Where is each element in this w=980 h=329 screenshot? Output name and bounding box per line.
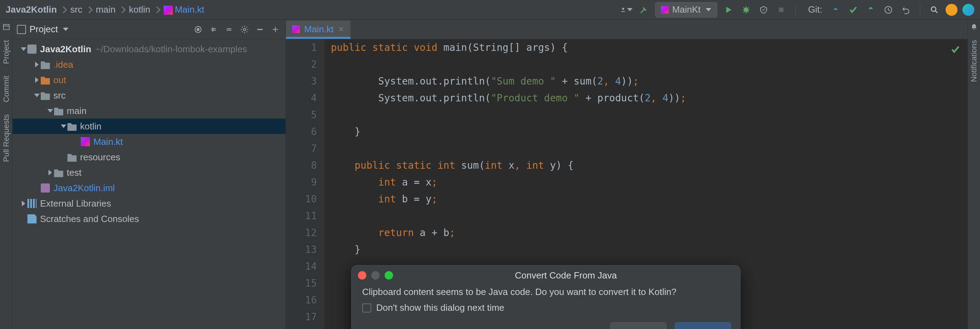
- expand-all-icon[interactable]: [208, 24, 220, 35]
- tree-label: src: [53, 88, 66, 103]
- code-line[interactable]: }: [331, 123, 967, 140]
- code-line[interactable]: System.out.println("Sum demo " + sum(2, …: [331, 73, 967, 90]
- breadcrumb[interactable]: Java2KotlinsrcmainkotlinMain.kt: [6, 4, 204, 15]
- chevron-right-icon: [119, 6, 126, 13]
- git-history-icon[interactable]: [882, 3, 895, 16]
- code-line[interactable]: public static int sum(int x, int y) {: [331, 157, 967, 174]
- folder-icon: [41, 75, 50, 85]
- tree-row[interactable]: out: [13, 72, 286, 88]
- git-update-icon[interactable]: [829, 3, 842, 16]
- tool-settings-icon[interactable]: [239, 24, 250, 35]
- tree-twisty-icon[interactable]: [46, 170, 54, 176]
- folder-icon: [67, 122, 76, 131]
- checkbox-label: Don't show this dialog next time: [376, 302, 504, 313]
- tree-twisty-icon[interactable]: [33, 62, 41, 67]
- code-line[interactable]: System.out.println("Product demo " + pro…: [331, 90, 967, 107]
- project-tool-title[interactable]: Project: [30, 24, 58, 35]
- code-line[interactable]: [331, 140, 967, 157]
- tree-row[interactable]: main: [13, 103, 286, 119]
- chevron-right-icon: [153, 6, 161, 13]
- tree-row[interactable]: Main.kt: [13, 134, 286, 149]
- svg-point-4: [931, 7, 936, 11]
- tree-row[interactable]: Scratches and Consoles: [13, 211, 286, 226]
- code-line[interactable]: int a = x;: [331, 174, 967, 191]
- code-line[interactable]: [331, 107, 967, 123]
- left-tool-stripe: Project Commit Pull Requests: [0, 20, 13, 329]
- tree-twisty-icon[interactable]: [33, 77, 41, 83]
- tree-twisty-icon[interactable]: [33, 94, 41, 97]
- breadcrumb-item[interactable]: kotlin: [129, 4, 150, 15]
- tree-row[interactable]: resources: [13, 149, 286, 165]
- hide-icon[interactable]: [269, 24, 282, 35]
- run-icon[interactable]: [722, 3, 735, 16]
- code-line[interactable]: }: [331, 241, 967, 258]
- minimize-icon[interactable]: [254, 24, 266, 35]
- tree-twisty-icon[interactable]: [60, 125, 67, 128]
- tree-row[interactable]: External Libraries: [13, 196, 286, 211]
- tree-twisty-icon[interactable]: [20, 201, 27, 206]
- project-stripe-icon[interactable]: [2, 23, 10, 31]
- inspection-ok-icon[interactable]: [950, 43, 960, 60]
- left-stripe-pull-requests[interactable]: Pull Requests: [2, 112, 11, 165]
- code-line[interactable]: int b = y;: [331, 191, 967, 208]
- left-stripe-project[interactable]: Project: [2, 37, 11, 66]
- breadcrumb-item[interactable]: main: [96, 4, 116, 15]
- code-line[interactable]: public static void main(String[] args) {: [331, 39, 967, 56]
- svg-point-8: [243, 28, 246, 30]
- kotlin-icon: [661, 6, 669, 14]
- code-line[interactable]: [331, 56, 967, 73]
- close-window-icon[interactable]: [358, 271, 366, 280]
- coverage-icon[interactable]: [757, 3, 770, 16]
- tree-row[interactable]: kotlin: [13, 119, 286, 134]
- collapse-all-icon[interactable]: [223, 24, 235, 35]
- git-rollback-icon[interactable]: [900, 3, 912, 16]
- chevron-down-icon[interactable]: [63, 28, 68, 31]
- collab-icon[interactable]: [963, 4, 974, 16]
- checkbox-icon[interactable]: [362, 304, 371, 313]
- project-tool-window: Project Java2Kotlin~/Downloads/kotlin-lo…: [13, 20, 286, 329]
- tree-row[interactable]: Java2Kotlin.iml: [13, 180, 286, 196]
- tree-row[interactable]: src: [13, 88, 286, 103]
- git-commit-icon[interactable]: [847, 3, 859, 16]
- build-icon[interactable]: [638, 3, 650, 16]
- code-line[interactable]: [331, 208, 967, 225]
- debug-icon[interactable]: [740, 3, 752, 16]
- tab-options-icon[interactable]: [955, 26, 967, 39]
- zoom-window-icon[interactable]: [385, 271, 393, 280]
- convert-java-dialog: Convert Code From Java Clipboard content…: [351, 265, 740, 329]
- right-tool-stripe: Notifications: [967, 20, 980, 329]
- project-tree[interactable]: Java2Kotlin~/Downloads/kotlin-lombok-exa…: [13, 39, 286, 226]
- select-opened-file-icon[interactable]: [192, 24, 204, 35]
- tree-label: main: [67, 103, 86, 119]
- editor-gutter[interactable]: 12345678910111213141516171819: [286, 39, 325, 329]
- dont-show-again-checkbox[interactable]: Don't show this dialog next time: [362, 302, 730, 313]
- search-everywhere-icon[interactable]: [928, 3, 941, 16]
- navigation-bar: Java2KotlinsrcmainkotlinMain.kt MainKt G…: [0, 0, 980, 20]
- tree-label: resources: [80, 149, 120, 165]
- code-line[interactable]: return a + b;: [331, 225, 967, 241]
- avatar[interactable]: [946, 4, 958, 16]
- run-configuration-selector[interactable]: MainKt: [655, 2, 717, 17]
- git-push-icon[interactable]: [864, 3, 877, 16]
- no-button[interactable]: No: [610, 322, 666, 329]
- notifications-icon[interactable]: [970, 23, 978, 31]
- tree-row[interactable]: test: [13, 165, 286, 180]
- tree-row[interactable]: Java2Kotlin~/Downloads/kotlin-lombok-exa…: [13, 41, 286, 57]
- yes-button[interactable]: Yes: [675, 322, 731, 329]
- right-stripe-notifications[interactable]: Notifications: [969, 37, 978, 85]
- tree-twisty-icon[interactable]: [46, 109, 54, 112]
- tree-twisty-icon[interactable]: [20, 47, 27, 51]
- tree-row[interactable]: .idea: [13, 57, 286, 72]
- tree-label: out: [53, 72, 66, 88]
- breadcrumb-item[interactable]: Main.kt: [164, 4, 204, 15]
- left-stripe-commit[interactable]: Commit: [2, 73, 11, 105]
- breadcrumb-item[interactable]: src: [70, 4, 83, 15]
- breadcrumb-item[interactable]: Java2Kotlin: [6, 4, 57, 15]
- close-icon[interactable]: [338, 26, 344, 32]
- chevron-down-icon: [706, 8, 711, 11]
- window-traffic-lights[interactable]: [358, 271, 393, 280]
- editor-tab-main-kt[interactable]: Main.kt: [286, 21, 350, 39]
- minimize-window-icon[interactable]: [371, 271, 380, 280]
- folder-icon: [54, 106, 63, 115]
- user-menu-icon[interactable]: [620, 3, 633, 16]
